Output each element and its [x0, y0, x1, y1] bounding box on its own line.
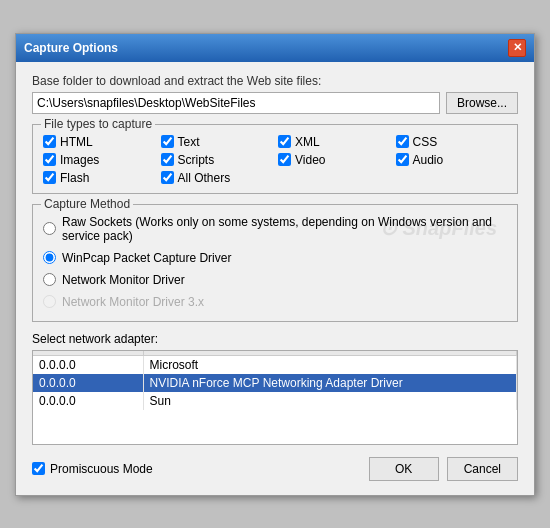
- filetype-scripts-checkbox[interactable]: [161, 153, 174, 166]
- capture-netmon-radio[interactable]: [43, 273, 56, 286]
- filetype-xml-checkbox[interactable]: [278, 135, 291, 148]
- promiscuous-text: Promiscuous Mode: [50, 462, 153, 476]
- filetype-css-label: CSS: [413, 135, 438, 149]
- filetype-audio[interactable]: Audio: [396, 153, 508, 167]
- capture-netmon3-radio[interactable]: [43, 295, 56, 308]
- cancel-button[interactable]: Cancel: [447, 457, 518, 481]
- filetype-css-checkbox[interactable]: [396, 135, 409, 148]
- adapter-label: Select network adapter:: [32, 332, 518, 346]
- adapter-cell-name: Microsoft: [143, 355, 517, 374]
- capture-netmon[interactable]: Network Monitor Driver: [43, 269, 507, 287]
- path-row: Browse...: [32, 92, 518, 114]
- base-folder-input[interactable]: [32, 92, 440, 114]
- filetype-allothers-label: All Others: [178, 171, 231, 185]
- filetype-scripts[interactable]: Scripts: [161, 153, 273, 167]
- base-folder-label: Base folder to download and extract the …: [32, 74, 518, 88]
- capture-method-group: Capture Method ⊙ SnapFiles Raw Sockets (…: [32, 204, 518, 322]
- file-types-group: File types to capture HTML Text XML C: [32, 124, 518, 194]
- capture-netmon3[interactable]: Network Monitor Driver 3.x: [43, 291, 507, 309]
- adapter-table: 0.0.0.0Microsoft0.0.0.0NVIDIA nForce MCP…: [33, 351, 517, 410]
- filetype-video[interactable]: Video: [278, 153, 390, 167]
- dialog-window: Capture Options ✕ Base folder to downloa…: [15, 33, 535, 496]
- filetype-text-checkbox[interactable]: [161, 135, 174, 148]
- filetype-video-checkbox[interactable]: [278, 153, 291, 166]
- filetype-images-label: Images: [60, 153, 99, 167]
- button-row: OK Cancel: [369, 457, 518, 481]
- capture-raw-sockets[interactable]: Raw Sockets (Works only on some systems,…: [43, 211, 507, 243]
- filetype-css[interactable]: CSS: [396, 135, 508, 149]
- promiscuous-label[interactable]: Promiscuous Mode: [32, 462, 153, 476]
- filetype-html[interactable]: HTML: [43, 135, 155, 149]
- capture-method-inner: ⊙ SnapFiles Raw Sockets (Works only on s…: [43, 211, 507, 309]
- capture-winpcap-radio[interactable]: [43, 251, 56, 264]
- capture-netmon-label: Network Monitor Driver: [62, 273, 185, 287]
- filetype-images-checkbox[interactable]: [43, 153, 56, 166]
- adapter-row[interactable]: 0.0.0.0Sun: [33, 392, 517, 410]
- title-bar: Capture Options ✕: [16, 34, 534, 62]
- adapter-cell-ip: 0.0.0.0: [33, 392, 143, 410]
- filetype-html-checkbox[interactable]: [43, 135, 56, 148]
- filetype-allothers[interactable]: All Others: [161, 171, 273, 185]
- browse-button[interactable]: Browse...: [446, 92, 518, 114]
- filetype-flash-label: Flash: [60, 171, 89, 185]
- capture-netmon3-label: Network Monitor Driver 3.x: [62, 295, 204, 309]
- capture-winpcap-label: WinPcap Packet Capture Driver: [62, 251, 231, 265]
- file-types-grid: HTML Text XML CSS Images: [43, 131, 507, 185]
- capture-raw-sockets-radio[interactable]: [43, 222, 56, 235]
- capture-raw-label: Raw Sockets (Works only on some systems,…: [62, 215, 507, 243]
- filetype-html-label: HTML: [60, 135, 93, 149]
- adapter-section: Select network adapter: 0.0.0.0Microsoft…: [32, 332, 518, 445]
- adapter-row[interactable]: 0.0.0.0NVIDIA nForce MCP Networking Adap…: [33, 374, 517, 392]
- filetype-text-label: Text: [178, 135, 200, 149]
- footer-row: Promiscuous Mode OK Cancel: [32, 453, 518, 485]
- filetype-audio-label: Audio: [413, 153, 444, 167]
- adapter-cell-ip: 0.0.0.0: [33, 374, 143, 392]
- filetype-images[interactable]: Images: [43, 153, 155, 167]
- filetype-xml[interactable]: XML: [278, 135, 390, 149]
- filetype-flash[interactable]: Flash: [43, 171, 155, 185]
- capture-method-title: Capture Method: [41, 197, 133, 211]
- capture-winpcap[interactable]: WinPcap Packet Capture Driver: [43, 247, 507, 265]
- filetype-xml-label: XML: [295, 135, 320, 149]
- filetype-flash-checkbox[interactable]: [43, 171, 56, 184]
- filetype-audio-checkbox[interactable]: [396, 153, 409, 166]
- filetype-allothers-checkbox[interactable]: [161, 171, 174, 184]
- adapter-table-wrap[interactable]: 0.0.0.0Microsoft0.0.0.0NVIDIA nForce MCP…: [32, 350, 518, 445]
- adapter-row[interactable]: 0.0.0.0Microsoft: [33, 355, 517, 374]
- dialog-body: Base folder to download and extract the …: [16, 62, 534, 495]
- filetype-text[interactable]: Text: [161, 135, 273, 149]
- filetype-video-label: Video: [295, 153, 325, 167]
- close-button[interactable]: ✕: [508, 39, 526, 57]
- dialog-title: Capture Options: [24, 41, 118, 55]
- file-types-title: File types to capture: [41, 117, 155, 131]
- ok-button[interactable]: OK: [369, 457, 439, 481]
- adapter-cell-name: Sun: [143, 392, 517, 410]
- adapter-cell-ip: 0.0.0.0: [33, 355, 143, 374]
- filetype-scripts-label: Scripts: [178, 153, 215, 167]
- adapter-cell-name: NVIDIA nForce MCP Networking Adapter Dri…: [143, 374, 517, 392]
- promiscuous-checkbox[interactable]: [32, 462, 45, 475]
